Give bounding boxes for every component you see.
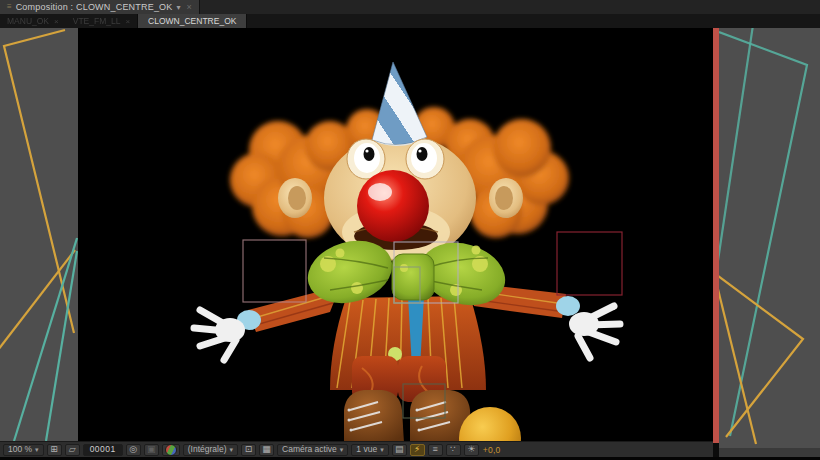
snapshot-icon: ◎ [129, 445, 137, 454]
last-snapshot-button[interactable]: ▣ [144, 444, 159, 456]
clown-party-hat [372, 62, 427, 146]
transparency-grid-button[interactable]: ▦ [259, 444, 274, 456]
reset-exposure-button[interactable]: ☀ [464, 444, 479, 456]
exposure-value[interactable]: +0,0 [483, 445, 501, 455]
tab-clown-centre-ok[interactable]: CLOWN_CENTRE_OK [137, 14, 247, 28]
timeline-button[interactable]: ≡ [428, 444, 443, 456]
fast-previews-button[interactable]: ⚡ [410, 444, 425, 456]
chevron-down-icon: ▾ [340, 446, 344, 453]
resolution-value: (Intégrale) [188, 445, 227, 454]
mask-visibility-icon: ▱ [69, 445, 76, 454]
composition-tabrow: MANU_OK × VTE_FM_LL × CLOWN_CENTRE_OK [0, 14, 820, 28]
left-hand-mask-outline[interactable] [243, 240, 306, 302]
pixel-aspect-icon: ▤ [395, 445, 404, 454]
tab-manu-ok[interactable]: MANU_OK × [0, 14, 66, 28]
right-footer-strip [719, 448, 820, 457]
resolution-dropdown[interactable]: (Intégrale) ▾ [183, 444, 238, 456]
camera-view-dropdown[interactable]: Caméra active ▾ [277, 444, 348, 456]
grid-options-icon: ⊞ [50, 445, 58, 454]
region-of-interest-button[interactable]: ⊡ [241, 444, 256, 456]
view-layout-value: 1 vue [356, 445, 377, 454]
tab-label: VTE_FM_LL [73, 16, 121, 26]
composition-panel-tab[interactable]: ≡ Composition : CLOWN_CENTRE_OK ▾ × [0, 0, 200, 14]
viewer-toolbar: 100 % ▾ ⊞ ▱ 00001 ◎ ▣ (Intégrale) ▾ ⊡ ▦ [0, 441, 713, 457]
tab-label: CLOWN_CENTRE_OK [148, 16, 236, 26]
right-decor-lines [719, 28, 820, 448]
show-channel-button[interactable] [162, 444, 180, 456]
right-decor-panel [719, 28, 820, 448]
chevron-down-icon: ▾ [230, 446, 234, 453]
timecode-value: 00001 [90, 445, 116, 454]
snapshot-button[interactable]: ◎ [126, 444, 141, 456]
region-of-interest-icon: ⊡ [245, 445, 253, 454]
pixel-aspect-button[interactable]: ▤ [392, 444, 407, 456]
view-layout-dropdown[interactable]: 1 vue ▾ [351, 444, 388, 456]
panel-menu-icon[interactable]: ≡ [7, 3, 12, 11]
tab-label: MANU_OK [7, 16, 49, 26]
exposure-icon: ☀ [467, 445, 475, 454]
camera-view-value: Caméra active [282, 445, 337, 454]
flowchart-icon: ∵ [450, 445, 456, 454]
magnification-value: 100 % [8, 445, 32, 454]
channels-icon [165, 444, 177, 456]
app-window: ≡ Composition : CLOWN_CENTRE_OK ▾ × MANU… [0, 0, 820, 460]
close-icon[interactable]: × [125, 17, 130, 26]
timeline-icon: ≡ [433, 445, 438, 454]
chevron-down-icon[interactable]: ▾ [177, 3, 181, 12]
last-snapshot-icon: ▣ [147, 445, 156, 454]
timecode-field[interactable]: 00001 [83, 444, 123, 456]
transparency-grid-icon: ▦ [262, 445, 271, 454]
left-decor-lines [0, 28, 78, 441]
chevron-down-icon: ▾ [35, 446, 39, 453]
panel-title: Composition : CLOWN_CENTRE_OK [16, 2, 173, 12]
fast-previews-icon: ⚡ [414, 445, 420, 454]
close-icon[interactable]: × [54, 17, 59, 26]
left-decor-panel [0, 28, 78, 441]
magnification-dropdown[interactable]: 100 % ▾ [3, 444, 44, 456]
clown-nose [357, 170, 429, 242]
close-icon[interactable]: × [187, 2, 192, 12]
mask-visibility-button[interactable]: ▱ [65, 444, 80, 456]
chevron-down-icon: ▾ [380, 446, 384, 453]
tab-vte-fm-ll[interactable]: VTE_FM_LL × [66, 14, 137, 28]
composition-viewport[interactable] [78, 28, 713, 443]
clown-artwork [78, 28, 713, 443]
right-hand-mask-outline[interactable] [557, 232, 622, 295]
flowchart-button[interactable]: ∵ [446, 444, 461, 456]
panel-header-bar: ≡ Composition : CLOWN_CENTRE_OK ▾ × [0, 0, 820, 14]
grid-options-button[interactable]: ⊞ [47, 444, 62, 456]
